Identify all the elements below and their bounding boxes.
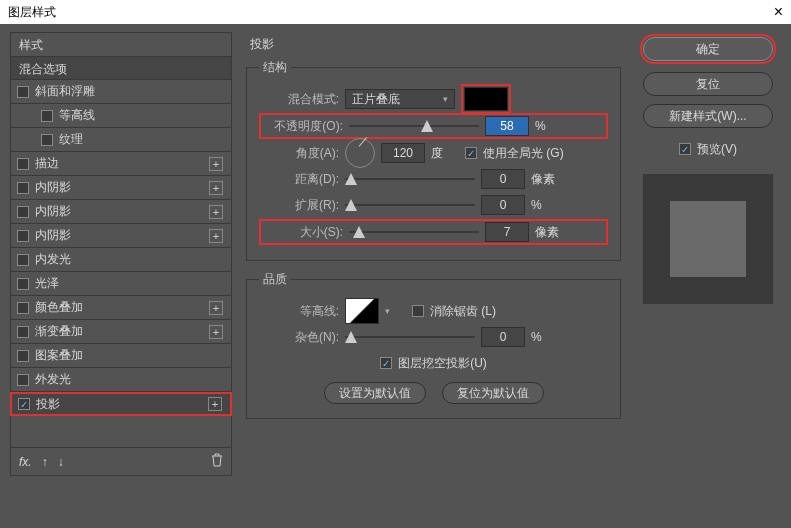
blend-options[interactable]: 混合选项 xyxy=(10,56,232,80)
knockout-label: 图层挖空投影(U) xyxy=(398,355,487,372)
distance-slider[interactable] xyxy=(345,172,475,186)
add-icon[interactable]: + xyxy=(209,325,223,339)
cancel-button[interactable]: 复位 xyxy=(643,72,773,96)
style-label: 外发光 xyxy=(35,371,71,388)
global-light-checkbox[interactable] xyxy=(465,147,477,159)
style-label: 颜色叠加 xyxy=(35,299,83,316)
spread-unit: % xyxy=(531,198,559,212)
style-label: 投影 xyxy=(36,396,60,413)
style-checkbox[interactable] xyxy=(17,326,29,338)
noise-unit: % xyxy=(531,330,559,344)
add-icon[interactable]: + xyxy=(209,301,223,315)
ok-button[interactable]: 确定 xyxy=(643,37,773,61)
style-label: 内阴影 xyxy=(35,227,71,244)
style-checkbox[interactable] xyxy=(17,374,29,386)
settings-panel: 投影 结构 混合模式: 正片叠底▾ 不透明度(O): 58 % 角度(A): 1… xyxy=(240,32,627,476)
style-checkbox[interactable] xyxy=(41,134,53,146)
style-label: 描边 xyxy=(35,155,59,172)
distance-label: 距离(D): xyxy=(259,171,339,188)
spread-slider[interactable] xyxy=(345,198,475,212)
add-icon[interactable]: + xyxy=(208,397,222,411)
styles-footer: fx. ↑ ↓ xyxy=(10,448,232,476)
antialias-label: 消除锯齿 (L) xyxy=(430,303,496,320)
close-icon[interactable]: × xyxy=(774,3,783,21)
style-row-0[interactable]: 斜面和浮雕 xyxy=(10,80,232,104)
antialias-checkbox[interactable] xyxy=(412,305,424,317)
opacity-unit: % xyxy=(535,119,563,133)
window-title: 图层样式 xyxy=(8,4,56,21)
style-row-3[interactable]: 描边+ xyxy=(10,152,232,176)
add-icon[interactable]: + xyxy=(209,157,223,171)
opacity-slider[interactable] xyxy=(349,119,479,133)
opacity-label: 不透明度(O): xyxy=(263,118,343,135)
make-default-button[interactable]: 设置为默认值 xyxy=(324,382,426,404)
contour-label: 等高线: xyxy=(259,303,339,320)
size-input[interactable]: 7 xyxy=(485,222,529,242)
style-row-13[interactable]: 投影+ xyxy=(10,392,232,416)
style-checkbox[interactable] xyxy=(17,206,29,218)
style-label: 内发光 xyxy=(35,251,71,268)
style-row-7[interactable]: 内发光 xyxy=(10,248,232,272)
style-row-10[interactable]: 渐变叠加+ xyxy=(10,320,232,344)
styles-heading[interactable]: 样式 xyxy=(10,32,232,56)
style-label: 纹理 xyxy=(59,131,83,148)
noise-slider[interactable] xyxy=(345,330,475,344)
style-label: 渐变叠加 xyxy=(35,323,83,340)
style-checkbox[interactable] xyxy=(17,158,29,170)
quality-group: 品质 等高线: ▾ 消除锯齿 (L) 杂色(N): 0 % 图层挖空投影(U) … xyxy=(246,271,621,419)
preview-checkbox[interactable] xyxy=(679,143,691,155)
style-row-6[interactable]: 内阴影+ xyxy=(10,224,232,248)
add-icon[interactable]: + xyxy=(209,229,223,243)
arrow-up-icon[interactable]: ↑ xyxy=(42,455,48,469)
style-row-2[interactable]: 纹理 xyxy=(10,128,232,152)
knockout-checkbox[interactable] xyxy=(380,357,392,369)
style-row-1[interactable]: 等高线 xyxy=(10,104,232,128)
add-icon[interactable]: + xyxy=(209,181,223,195)
styles-panel: 样式 混合选项 斜面和浮雕等高线纹理描边+内阴影+内阴影+内阴影+内发光光泽颜色… xyxy=(10,32,232,476)
noise-input[interactable]: 0 xyxy=(481,327,525,347)
distance-unit: 像素 xyxy=(531,171,559,188)
angle-input[interactable]: 120 xyxy=(381,143,425,163)
style-checkbox[interactable] xyxy=(17,86,29,98)
distance-input[interactable]: 0 xyxy=(481,169,525,189)
quality-legend: 品质 xyxy=(259,271,291,288)
spread-input[interactable]: 0 xyxy=(481,195,525,215)
structure-legend: 结构 xyxy=(259,59,291,76)
style-row-8[interactable]: 光泽 xyxy=(10,272,232,296)
style-label: 等高线 xyxy=(59,107,95,124)
style-row-4[interactable]: 内阴影+ xyxy=(10,176,232,200)
reset-default-button[interactable]: 复位为默认值 xyxy=(442,382,544,404)
style-checkbox[interactable] xyxy=(17,278,29,290)
arrow-down-icon[interactable]: ↓ xyxy=(58,455,64,469)
chevron-down-icon: ▾ xyxy=(443,94,448,104)
style-checkbox[interactable] xyxy=(17,350,29,362)
add-icon[interactable]: + xyxy=(209,205,223,219)
panel-title: 投影 xyxy=(246,34,621,59)
style-row-12[interactable]: 外发光 xyxy=(10,368,232,392)
blendmode-select[interactable]: 正片叠底▾ xyxy=(345,89,455,109)
color-swatch[interactable] xyxy=(464,87,508,111)
chevron-down-icon[interactable]: ▾ xyxy=(385,306,390,316)
style-row-9[interactable]: 颜色叠加+ xyxy=(10,296,232,320)
spread-label: 扩展(R): xyxy=(259,197,339,214)
style-checkbox[interactable] xyxy=(17,230,29,242)
opacity-input[interactable]: 58 xyxy=(485,116,529,136)
size-unit: 像素 xyxy=(535,224,563,241)
style-row-11[interactable]: 图案叠加 xyxy=(10,344,232,368)
style-checkbox[interactable] xyxy=(41,110,53,122)
dialog-buttons: 确定 复位 新建样式(W)... 预览(V) xyxy=(635,32,781,476)
new-style-button[interactable]: 新建样式(W)... xyxy=(643,104,773,128)
size-label: 大小(S): xyxy=(263,224,343,241)
style-checkbox[interactable] xyxy=(17,302,29,314)
angle-label: 角度(A): xyxy=(259,145,339,162)
style-row-5[interactable]: 内阴影+ xyxy=(10,200,232,224)
angle-dial[interactable] xyxy=(345,138,375,168)
style-checkbox[interactable] xyxy=(18,398,30,410)
trash-icon[interactable] xyxy=(211,453,223,470)
fx-icon[interactable]: fx. xyxy=(19,455,32,469)
style-checkbox[interactable] xyxy=(17,182,29,194)
size-slider[interactable] xyxy=(349,225,479,239)
noise-label: 杂色(N): xyxy=(259,329,339,346)
contour-picker[interactable] xyxy=(345,298,379,324)
style-checkbox[interactable] xyxy=(17,254,29,266)
